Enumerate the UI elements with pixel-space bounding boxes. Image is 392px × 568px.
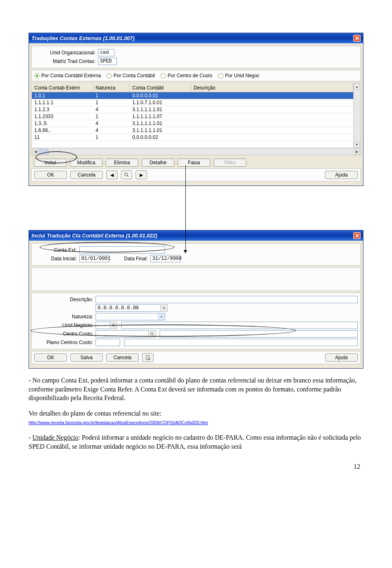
table-row[interactable]: 1.1.2.343.1.1.1.1.1.01: [32, 106, 353, 113]
ajuda-button[interactable]: Ajuda: [325, 353, 358, 362]
cell: 3.1.1.1.1.1.01: [130, 106, 191, 113]
svg-point-2: [163, 306, 165, 309]
cell: 1.0.1: [32, 92, 93, 99]
faixa-button[interactable]: Faixa: [178, 159, 210, 167]
salva-button[interactable]: Salva: [70, 353, 103, 362]
cell: 1.1.1.1.1: [32, 99, 93, 106]
table-row[interactable]: 1.1.1.1.111.1.0.7.1.0.01: [32, 99, 353, 106]
cell: [191, 120, 353, 127]
ajuda-button[interactable]: Ajuda: [325, 171, 358, 179]
lookup-code-button[interactable]: [160, 304, 168, 312]
radio-conta-externa[interactable]: Por Conta Contábil Externa: [34, 73, 101, 78]
plano-centros-label: Plano Centros Custo:: [34, 340, 96, 345]
cell: 1: [93, 113, 130, 120]
annotation-ellipse-conta-ext: [40, 242, 174, 253]
cell: 4: [93, 106, 130, 113]
radio-conta-contabil[interactable]: Por Conta Contábil: [107, 73, 155, 78]
search-record-button[interactable]: [142, 353, 154, 362]
window-traducoes: Traduções Contas Externas (1.00.01.007) …: [29, 33, 363, 186]
titlebar-1[interactable]: Traduções Contas Externas (1.00.01.007): [29, 33, 363, 43]
body-text: - No campo Conta Ext, poderá informar a …: [29, 376, 363, 451]
scroll-right-icon[interactable]: ▶: [354, 149, 360, 154]
next-button[interactable]: ▶: [136, 170, 147, 179]
col-conta-extern[interactable]: Conta Contab Extern: [32, 84, 93, 92]
code-input[interactable]: 0.0.0.0.0.0.00: [96, 304, 161, 312]
cell: [191, 99, 353, 106]
table-row[interactable]: 1.0.110.0.0.0.0.01: [32, 92, 353, 99]
cell: [191, 127, 353, 134]
cell: [93, 141, 130, 148]
matriz-value[interactable]: SPED: [98, 58, 117, 65]
chevron-down-icon: ▾: [158, 313, 165, 320]
cell: 1.1.1.1.1.1.07: [130, 113, 191, 120]
unid-org-value[interactable]: ced: [98, 49, 114, 56]
filtro-button: Filtro: [214, 159, 246, 167]
radio-unid-negoc[interactable]: Por Unid Negoc: [218, 73, 260, 78]
cell: 1.1.2.3: [32, 106, 93, 113]
scroll-down-icon[interactable]: ▼: [354, 142, 360, 148]
descricao-input[interactable]: [96, 296, 358, 303]
title-2: Inclui Tradução Cta Contábil Externa (1.…: [31, 233, 157, 239]
paragraph-3: - Unidade Negócio: Poderá informar a uni…: [29, 433, 363, 451]
col-conta-contabl[interactable]: Conta Contábl: [130, 84, 191, 92]
radio-group: Por Conta Contábil Externa Por Conta Con…: [34, 72, 358, 79]
table: Conta Contab Extern Natureza Conta Contá…: [31, 83, 361, 155]
descricao-label: Descrição:: [34, 297, 96, 302]
annotation-arrow-line: [185, 165, 186, 251]
table-row[interactable]: [32, 141, 353, 148]
data-final-input[interactable]: 31/12/9999: [150, 255, 180, 262]
link-receita[interactable]: http://www.receita.fazenda.gov.br/legisl…: [29, 420, 208, 425]
data-final-label: Data Final:: [114, 256, 150, 262]
natureza-dropdown[interactable]: ▾: [96, 313, 165, 320]
cell: 0.0.0.0.0.01: [130, 92, 191, 99]
col-descricao[interactable]: Descrição: [191, 84, 353, 92]
titlebar-2[interactable]: Inclui Tradução Cta Contábil Externa (1.…: [29, 230, 363, 241]
radio-icon: [160, 73, 166, 78]
vertical-scrollbar[interactable]: ▲ ▼: [354, 83, 361, 148]
table-row[interactable]: 1.6.66..43.1.1.1.1.1.01: [32, 127, 353, 134]
cell: 11: [32, 134, 93, 141]
table-row[interactable]: 1110.0.0.0.0.02: [32, 134, 353, 141]
horizontal-scrollbar[interactable]: ◀ ▶: [31, 148, 361, 155]
detalhe-button[interactable]: Detalhe: [142, 159, 174, 167]
cancela-button[interactable]: Cancela: [106, 353, 139, 362]
natureza-label: Natureza:: [34, 314, 96, 320]
cell: 1.1.2333: [32, 113, 93, 120]
cell: 1: [93, 99, 130, 106]
annotation-ellipse-inclui: [36, 151, 77, 163]
unid-org-label: Unid Organizacional:: [34, 50, 98, 56]
close-icon[interactable]: [353, 232, 361, 239]
search-record-button[interactable]: [121, 170, 132, 179]
cell: [130, 141, 191, 148]
window-inclui: Inclui Tradução Cta Contábil Externa (1.…: [29, 230, 363, 369]
first-button[interactable]: ◀: [106, 170, 118, 179]
data-inicial-label: Data Inicial:: [34, 256, 79, 262]
cell: [191, 106, 353, 113]
title-1: Traduções Contas Externas (1.00.01.007): [31, 35, 135, 41]
cell: 3.1.1.1.1.1.01: [130, 120, 191, 127]
plano-centros-input[interactable]: [96, 339, 120, 346]
col-natureza[interactable]: Natureza: [93, 84, 130, 92]
radio-centro-custo[interactable]: Por Centro de Custo: [160, 73, 212, 78]
ok-button[interactable]: OK: [34, 171, 67, 179]
radio-icon: [107, 73, 112, 78]
table-row[interactable]: 1.3..5.43.1.1.1.1.1.01: [32, 120, 353, 127]
annotation-arrow-head-icon: [184, 250, 187, 253]
cell: 4: [93, 120, 130, 127]
cell: 1.6.66..: [32, 127, 93, 134]
cell: [191, 141, 353, 148]
paragraph-2: Ver detalhes do plano de contas referenc…: [29, 409, 363, 427]
scroll-up-icon[interactable]: ▲: [354, 84, 360, 89]
table-row[interactable]: 1.1.233311.1.1.1.1.1.07: [32, 113, 353, 120]
cell: 3.1.1.1.1.1.01: [130, 127, 191, 134]
cancela-button[interactable]: Cancela: [70, 171, 103, 179]
ok-button[interactable]: OK: [34, 353, 67, 362]
plano-centros-desc[interactable]: [124, 339, 358, 346]
table-header: Conta Contab Extern Natureza Conta Contá…: [32, 83, 353, 92]
data-inicial-input[interactable]: 01/01/0001: [79, 255, 109, 262]
close-icon[interactable]: [353, 35, 361, 42]
elimina-button[interactable]: Elimina: [106, 159, 138, 167]
cell: 1.1.0.7.1.0.01: [130, 99, 191, 106]
cell: [191, 113, 353, 120]
scroll-left-icon[interactable]: ◀: [32, 149, 38, 154]
